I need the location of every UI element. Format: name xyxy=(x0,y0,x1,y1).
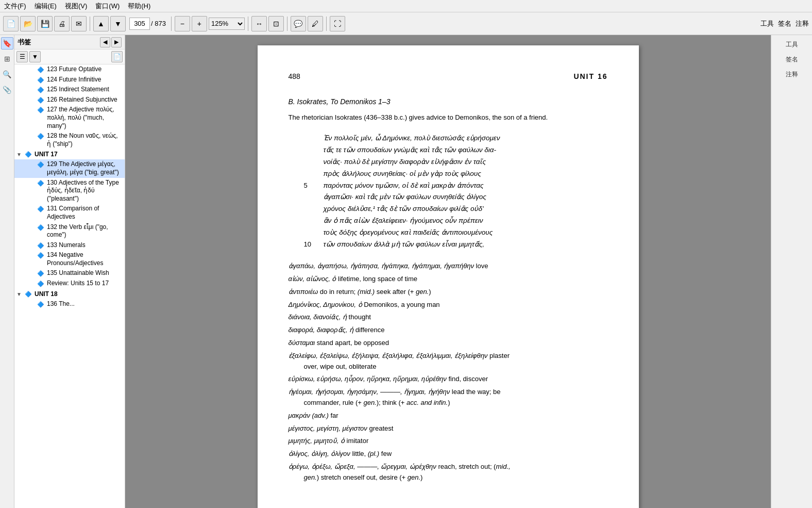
print-btn[interactable]: 🖨 xyxy=(54,16,70,31)
vocab-greek: Δημόνῑκος, Δημονίκου, ὁ xyxy=(289,301,362,308)
vocab-entry-exaleipho: ἐξαλείφω, ἐξαλείψω, ἐξήλειψα, ἐξαλήλιφα,… xyxy=(289,351,608,372)
bookmark-item-unit18-sub[interactable]: 🔷 136 The... xyxy=(14,299,125,309)
bookmark-header: 书签 ◀ ▶ xyxy=(14,35,125,50)
sign-label[interactable]: 签名 xyxy=(778,19,791,28)
bookmark-icon: 🔷 xyxy=(37,179,45,187)
bookmark-item-review15-17[interactable]: 🔷 Review: Units 15 to 17 xyxy=(14,278,125,289)
line-num xyxy=(304,203,319,215)
vocab-def: imitator xyxy=(347,437,369,445)
new-btn[interactable]: 📄 xyxy=(3,16,19,31)
bookmark-item-future-infinitive[interactable]: 🔷 124 Future Infinitive xyxy=(14,75,125,85)
zoom-in-btn[interactable]: + xyxy=(192,16,207,31)
vocab-entry-hegeomai: ἡγέομαι, ἡγήσομαι, ἡγησάμην, ———, ἥγημαι… xyxy=(289,387,608,408)
sep5 xyxy=(326,17,327,31)
line-num xyxy=(304,144,319,156)
bookmark-label: 131 Comparison of Adjectives xyxy=(47,205,123,221)
bookmark-item-negative[interactable]: 🔷 134 Negative Pronouns/Adjectives xyxy=(14,250,125,268)
bookmark-expand-btn[interactable]: ▶ xyxy=(111,37,122,47)
next-page-btn[interactable]: ▼ xyxy=(110,16,126,31)
fit-width-btn[interactable]: ↔ xyxy=(251,16,267,31)
bookmark-panel-toggle[interactable]: 🔖 xyxy=(1,37,13,50)
search-panel-toggle[interactable]: 🔍 xyxy=(1,68,13,80)
zoom-select[interactable]: 125% 100% 75% 150% xyxy=(209,18,245,30)
menu-view[interactable]: 视图(V) xyxy=(65,2,87,11)
tools-label[interactable]: 工具 xyxy=(760,19,774,28)
vocab-greek: αἰών, αἰῶνος, ὁ xyxy=(289,275,336,283)
vocab-def: reach, stretch out; (mid., xyxy=(438,463,510,470)
bookmark-title: 书签 xyxy=(18,38,31,47)
greek-line-7: χρόνος διέλῡσε,¹ τᾱ̀ς δὲ τῶν σπουδαίων φ… xyxy=(304,203,608,215)
vocab-section: ἀγαπάω, ἀγαπήσω, ἠγάπησα, ἠγάπηκα, ἠγάπη… xyxy=(289,261,608,483)
save-btn[interactable]: 💾 xyxy=(37,16,53,31)
bookmark-list-view-btn[interactable]: ☰ xyxy=(16,51,28,62)
open-btn[interactable]: 📂 xyxy=(20,16,36,31)
vocab-def: stand apart, be opposed xyxy=(317,339,389,347)
greek-line-6: ἀγαπῶσι· καὶ τᾱ̀ς μὲν τῶν φαύλων συνηθεί… xyxy=(304,191,608,203)
greek-line-2: τᾱ́ς τε τῶν σπουδαίων γνώμᾱς καὶ τᾱ̀ς τῶ… xyxy=(304,144,608,156)
prev-page-btn[interactable]: ▲ xyxy=(93,16,109,31)
bookmark-label: 134 Negative Pronouns/Adjectives xyxy=(47,251,123,267)
comment-btn[interactable]: 💬 xyxy=(291,16,306,31)
bookmark-new-btn[interactable]: 📄 xyxy=(111,51,123,62)
tools-right-btn[interactable]: 工具 xyxy=(784,38,800,51)
greek-text: τᾱ́ς τε τῶν σπουδαίων γνώμᾱς καὶ τᾱ̀ς τῶ… xyxy=(324,144,497,156)
bookmark-label: 135 Unattainable Wish xyxy=(47,269,109,277)
stamp-btn[interactable]: 🖊 xyxy=(308,16,323,31)
bookmark-item-noun-naus[interactable]: 🔷 128 the Noun ναῦς, νεώς, ἡ ("ship") xyxy=(14,131,125,149)
vocab-def: lifetime, long space of time xyxy=(338,275,417,283)
bookmark-label: 132 the Verb εἶμι ("go, come") xyxy=(47,223,123,239)
menu-help[interactable]: 帮助(H) xyxy=(128,2,150,11)
bookmark-icon: 🔷 xyxy=(37,66,45,73)
vocab-def: greatest xyxy=(369,424,393,432)
toolbar-right: 工具 签名 注释 xyxy=(760,19,809,28)
attachment-panel-toggle[interactable]: 📎 xyxy=(1,84,13,96)
section-label: UNIT 18 xyxy=(35,290,58,298)
section-unit17[interactable]: ▼ 🔷 UNIT 17 xyxy=(14,149,125,159)
bookmark-item-verb-eimi[interactable]: 🔷 132 the Verb εἶμι ("go, come") xyxy=(14,222,125,240)
bookmark-label: 136 The... xyxy=(47,300,75,308)
email-btn[interactable]: ✉ xyxy=(71,16,87,31)
bookmark-icon: 🔷 xyxy=(37,280,45,287)
vocab-greek: ἀντιποιέω xyxy=(289,288,318,296)
greek-text: τῶν σπουδαίων ἀλλὰ μὴ τῶν φαύλων εἶναι μ… xyxy=(324,239,485,251)
line-num xyxy=(304,133,319,144)
bookmark-item-indirect-statement[interactable]: 🔷 125 Indirect Statement xyxy=(14,85,125,95)
bookmark-options-btn[interactable]: ▼ xyxy=(29,51,41,62)
vocab-def: far xyxy=(330,412,338,419)
greek-text: πρὸς ἀλλήλους συνηθείαις· οἱ μὲν γὰρ τοὺ… xyxy=(324,168,481,180)
bookmark-item-numerals[interactable]: 🔷 133 Numerals xyxy=(14,240,125,251)
sign-right-btn[interactable]: 签名 xyxy=(784,53,800,66)
vocab-def-cont: over, wipe out, obliterate xyxy=(289,362,608,372)
bookmark-item-future-optative[interactable]: 🔷 123 Future Optative xyxy=(14,64,125,75)
vocab-def: plaster xyxy=(489,352,510,359)
menu-edit[interactable]: 编辑(E) xyxy=(35,2,57,11)
zoom-out-btn[interactable]: − xyxy=(175,16,190,31)
page-number-input[interactable] xyxy=(129,18,150,30)
vocab-entry-agapao: ἀγαπάω, ἀγαπήσω, ἠγάπησα, ἠγάπηκα, ἠγάπη… xyxy=(289,261,608,272)
vocab-entry-oligos: ὀλίγος, ὀλίγη, ὀλίγον little, (pl.) few xyxy=(289,449,608,460)
vocab-greek: διάνοια, διανοίᾱς, ἡ xyxy=(289,313,347,321)
bookmark-label: 129 The Adjective μέγας, μεγάλη, μέγα ("… xyxy=(47,160,123,176)
greek-text: ἂν ὁ πᾶς αἰὼν ἐξαλείφειεν· ἡγούμενος οὖν… xyxy=(324,215,483,227)
bookmark-item-adjectives-type[interactable]: 🔷 130 Adjectives of the Type ἡδύς, ἡδεῖα… xyxy=(14,178,125,204)
bookmark-item-adjective-polus[interactable]: 🔷 127 the Adjective πολύς, πολλή, πολύ (… xyxy=(14,105,125,131)
pdf-area[interactable]: 488 UNIT 16 B. Isokrates, To Demonikos 1… xyxy=(125,35,771,508)
section-unit18[interactable]: ▼ 🔷 UNIT 18 xyxy=(14,289,125,299)
menu-window[interactable]: 窗口(W) xyxy=(95,2,120,11)
vocab-greek: διαφορά, διαφορᾱ́ς, ἡ xyxy=(289,326,354,334)
bookmark-item-retained-subjunctive[interactable]: 🔷 126 Retained Subjunctive xyxy=(14,95,125,105)
bookmark-item-unattainable[interactable]: 🔷 135 Unattainable Wish xyxy=(14,268,125,278)
fullscreen-btn[interactable]: ⛶ xyxy=(330,16,345,31)
bookmark-item-comparison[interactable]: 🔷 131 Comparison of Adjectives xyxy=(14,204,125,222)
unit-label: UNIT 16 xyxy=(573,71,607,82)
bookmark-item-adjective-megas[interactable]: 🔷 129 The Adjective μέγας, μεγάλη, μέγα … xyxy=(14,159,125,177)
bookmark-collapse-btn[interactable]: ◀ xyxy=(100,37,110,47)
folder-icon: 🔷 xyxy=(25,151,33,158)
annotate-label[interactable]: 注释 xyxy=(796,19,809,28)
bookmark-icon: 🔷 xyxy=(37,96,45,104)
menu-file[interactable]: 文件(F) xyxy=(4,2,26,11)
thumbnail-panel-toggle[interactable]: ⊞ xyxy=(1,53,13,65)
vocab-entry-demonikos: Δημόνῑκος, Δημονίκου, ὁ Demonikos, a you… xyxy=(289,300,608,310)
annotate-right-btn[interactable]: 注释 xyxy=(784,68,800,81)
fit-page-btn[interactable]: ⊡ xyxy=(268,16,284,31)
